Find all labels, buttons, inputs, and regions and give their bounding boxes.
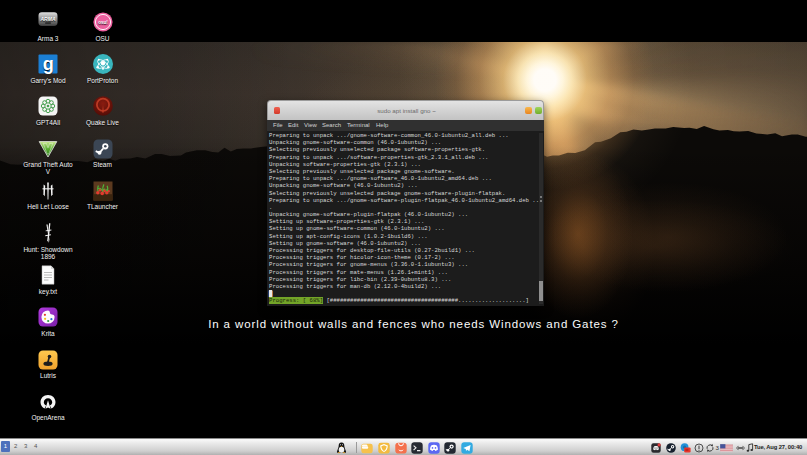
- svg-text:osu!: osu!: [98, 20, 108, 25]
- svg-text:ARMA: ARMA: [40, 16, 56, 22]
- svg-text:g: g: [43, 54, 54, 74]
